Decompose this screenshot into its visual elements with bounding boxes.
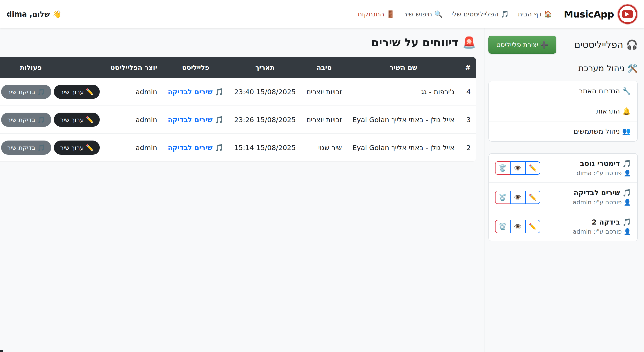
- report-number: 2: [460, 134, 476, 161]
- header-playlist: פלייליסט: [162, 57, 229, 78]
- report-date: 23:40 15/08/2025: [229, 78, 301, 106]
- report-row: 3 אייל גולן - באתי אלייך Eyal Golan זכוי…: [0, 106, 476, 134]
- playlist-publisher: 👤 פורסם ע"י: dima: [577, 170, 631, 177]
- view-playlist-button[interactable]: 👁️: [510, 220, 525, 233]
- delete-playlist-button[interactable]: 🗑️: [495, 161, 510, 175]
- pencil-icon: ✏️: [529, 164, 537, 172]
- view-playlist-button[interactable]: 👁️: [510, 191, 525, 204]
- playlist-link[interactable]: 🎵 שירים לבדיקה: [168, 144, 224, 152]
- table-header-row: # שם השיר סיבה תאריך פלייליסט יוצר הפליי…: [0, 57, 476, 78]
- report-creator: admin: [105, 78, 162, 106]
- report-actions: ✏️ ערוך שיר 🎵 בדיקת שיר ✅ טופל: [0, 112, 100, 127]
- report-reason: שיר שגוי: [301, 134, 347, 161]
- main-content: 🚨 דיווחים על שירים # שם השיר סיבה תאריך …: [0, 28, 484, 352]
- system-admin-heading: 🛠️ ניהול מערכת: [488, 64, 638, 73]
- edit-playlist-button[interactable]: ✏️: [525, 191, 540, 204]
- eye-icon: 👁️: [514, 223, 522, 230]
- playlist-title[interactable]: 🎵 דימטרי גוסב: [577, 160, 631, 168]
- nav-links: 🏠 דף הבית 🎵 הפלייליסטים שלי 🔍 חיפוש שיר …: [358, 10, 552, 18]
- pencil-icon: ✏️: [529, 194, 537, 201]
- footer-edge: [0, 350, 3, 352]
- user-greeting: 👋 שלום, dima: [7, 10, 62, 18]
- report-reason: זכויות יוצרים: [301, 78, 347, 106]
- report-number: 3: [460, 106, 476, 134]
- delete-playlist-button[interactable]: 🗑️: [495, 220, 510, 233]
- edit-song-button[interactable]: ✏️ ערוך שיר: [54, 140, 100, 155]
- nav-home-link[interactable]: 🏠 דף הבית: [518, 10, 552, 18]
- report-date: 23:26 15/08/2025: [229, 106, 301, 134]
- menu-item-alerts[interactable]: 🔔 התראות: [489, 101, 637, 121]
- app-logo-icon: [618, 4, 637, 24]
- play-icon: [626, 12, 629, 16]
- playlist-link[interactable]: 🎵 שירים לבדיקה: [168, 88, 224, 96]
- sidebar-header-row: 🎧 הפלייליסטים ➕ יצירת פלייליסט: [488, 36, 638, 54]
- playlist-info: 🎵 דימטרי גוסב 👤 פורסם ע"י: dima: [577, 160, 631, 177]
- playlist-title[interactable]: 🎵 שירים לבדיקה: [573, 189, 631, 197]
- edit-song-button[interactable]: ✏️ ערוך שיר: [54, 85, 100, 99]
- report-song-name: אייל גולן - באתי אלייך Eyal Golan: [347, 134, 460, 161]
- nav-my-playlists-link[interactable]: 🎵 הפלייליסטים שלי: [452, 10, 509, 18]
- playlist-item: 🎵 שירים לבדיקה 👤 פורסם ע"י: admin 🗑️ 👁️ …: [489, 182, 637, 212]
- check-song-button[interactable]: 🎵 בדיקת שיר: [1, 140, 52, 155]
- report-reason: זכויות יוצרים: [301, 106, 347, 134]
- report-actions: ✏️ ערוך שיר 🎵 בדיקת שיר ✅ טופל: [0, 85, 100, 99]
- header-number: #: [460, 57, 476, 78]
- header-reason: סיבה: [301, 57, 347, 78]
- edit-playlist-button[interactable]: ✏️: [525, 161, 540, 175]
- page-title: 🚨 דיווחים על שירים: [0, 36, 476, 49]
- report-song-name: ג'ירפות - גג: [347, 78, 460, 106]
- view-playlist-button[interactable]: 👁️: [510, 161, 525, 175]
- admin-menu-card: 🔧 הגדרות האתר 🔔 התראות 👥 ניהול משתמשים: [488, 81, 638, 142]
- playlist-actions: 🗑️ 👁️ ✏️: [495, 191, 540, 204]
- navbar-right-group: MusicApp 🏠 דף הבית 🎵 הפלייליסטים שלי 🔍 ח…: [358, 4, 637, 24]
- main-layout: 🎧 הפלייליסטים ➕ יצירת פלייליסט 🛠️ ניהול …: [0, 28, 644, 352]
- eye-icon: 👁️: [514, 194, 522, 201]
- menu-item-user-management[interactable]: 👥 ניהול משתמשים: [489, 121, 637, 141]
- trash-icon: 🗑️: [498, 223, 506, 230]
- report-playlist-cell: 🎵 שירים לבדיקה: [162, 78, 229, 106]
- reports-table-card: # שם השיר סיבה תאריך פלייליסט יוצר הפליי…: [0, 57, 476, 161]
- playlists-heading: 🎧 הפלייליסטים: [574, 39, 638, 50]
- playlist-list-card: 🎵 דימטרי גוסב 👤 פורסם ע"י: dima 🗑️ 👁️ ✏️…: [488, 153, 638, 242]
- brand-title: MusicApp: [564, 9, 614, 20]
- eye-icon: 👁️: [514, 164, 522, 172]
- navbar: MusicApp 🏠 דף הבית 🎵 הפלייליסטים שלי 🔍 ח…: [0, 0, 644, 28]
- header-playlist-creator: יוצר הפלייליסט: [105, 57, 162, 78]
- report-playlist-cell: 🎵 שירים לבדיקה: [162, 134, 229, 161]
- trash-icon: 🗑️: [498, 164, 506, 172]
- header-actions: פעולות: [0, 57, 105, 78]
- report-row: 4 ג'ירפות - גג זכויות יוצרים 23:40 15/08…: [0, 78, 476, 106]
- trash-icon: 🗑️: [498, 194, 506, 201]
- edit-song-button[interactable]: ✏️ ערוך שיר: [54, 112, 100, 127]
- playlist-actions: 🗑️ 👁️ ✏️: [495, 220, 540, 233]
- report-creator: admin: [105, 134, 162, 161]
- pencil-icon: ✏️: [529, 223, 537, 230]
- report-creator: admin: [105, 106, 162, 134]
- playlist-item: 🎵 דימטרי גוסב 👤 פורסם ע"י: dima 🗑️ 👁️ ✏️: [489, 154, 637, 182]
- playlist-item: 🎵 בידקה 2 👤 פורסם ע"י: admin 🗑️ 👁️ ✏️: [489, 212, 637, 241]
- nav-logout-link[interactable]: 🚪 התנתקות: [358, 10, 395, 18]
- nav-search-song-link[interactable]: 🔍 חיפוש שיר: [404, 10, 442, 18]
- playlist-publisher: 👤 פורסם ע"י: admin: [573, 199, 631, 206]
- report-row: 2 אייל גולן - באתי אלייך Eyal Golan שיר …: [0, 134, 476, 161]
- playlist-actions: 🗑️ 👁️ ✏️: [495, 161, 540, 175]
- playlist-publisher: 👤 פורסם ע"י: admin: [573, 228, 631, 235]
- playlist-info: 🎵 שירים לבדיקה 👤 פורסם ע"י: admin: [573, 189, 631, 206]
- report-date: 15:14 15/08/2025: [229, 134, 301, 161]
- check-song-button[interactable]: 🎵 בדיקת שיר: [1, 112, 52, 127]
- playlist-link[interactable]: 🎵 שירים לבדיקה: [168, 116, 224, 124]
- playlist-info: 🎵 בידקה 2 👤 פורסם ע"י: admin: [573, 218, 631, 235]
- edit-playlist-button[interactable]: ✏️: [525, 220, 540, 233]
- delete-playlist-button[interactable]: 🗑️: [495, 191, 510, 204]
- brand[interactable]: MusicApp: [564, 4, 637, 24]
- sidebar: 🎧 הפלייליסטים ➕ יצירת פלייליסט 🛠️ ניהול …: [484, 28, 644, 352]
- report-song-name: אייל גולן - באתי אלייך Eyal Golan: [347, 106, 460, 134]
- check-song-button[interactable]: 🎵 בדיקת שיר: [1, 85, 52, 99]
- menu-item-site-settings[interactable]: 🔧 הגדרות האתר: [489, 81, 637, 101]
- create-playlist-button[interactable]: ➕ יצירת פלייליסט: [488, 36, 556, 54]
- report-playlist-cell: 🎵 שירים לבדיקה: [162, 106, 229, 134]
- playlist-title[interactable]: 🎵 בידקה 2: [573, 218, 631, 226]
- reports-table: # שם השיר סיבה תאריך פלייליסט יוצר הפליי…: [0, 57, 476, 161]
- report-number: 4: [460, 78, 476, 106]
- report-actions: ✏️ ערוך שיר 🎵 בדיקת שיר ✅ טופל: [0, 140, 100, 155]
